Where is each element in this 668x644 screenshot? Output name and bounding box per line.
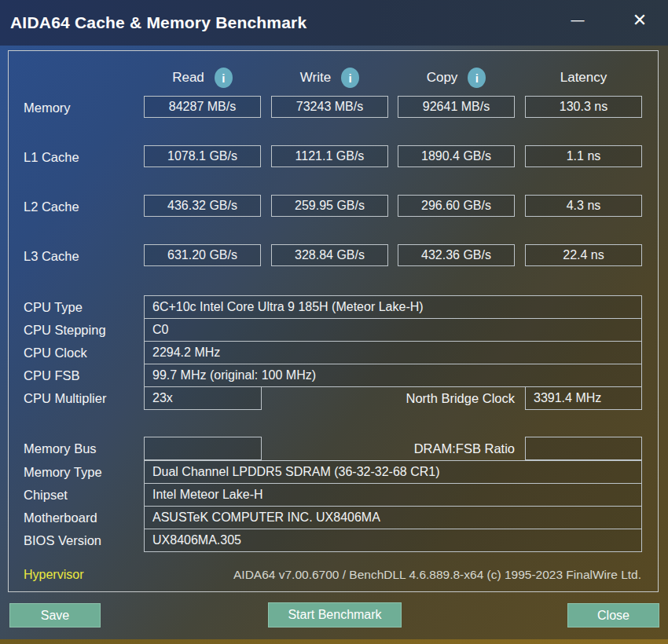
- row-label-memory-type: Memory Type: [24, 460, 102, 484]
- row-label-motherboard: Motherboard: [24, 506, 97, 529]
- row-label-l3-cache: L3 Cache: [24, 245, 79, 267]
- column-header-write: Write i: [271, 66, 388, 90]
- row-label-memory-bus: Memory Bus: [24, 437, 97, 460]
- info-glyph: i: [222, 71, 225, 85]
- value-box-l2-latency: 4.3 ns: [525, 195, 642, 217]
- field-north-bridge-clock: 3391.4 MHz: [525, 386, 642, 410]
- info-glyph: i: [475, 71, 479, 85]
- window-bottom-edge: [0, 639, 668, 644]
- row-label-bios-version: BIOS Version: [24, 529, 101, 552]
- field-motherboard: ASUSTeK COMPUTER INC. UX8406MA: [144, 506, 642, 529]
- column-header-latency-label: Latency: [560, 70, 607, 86]
- version-text: AIDA64 v7.00.6700 / BenchDLL 4.6.889.8-x…: [233, 564, 641, 586]
- value-box-l1-copy: 1890.4 GB/s: [398, 145, 515, 167]
- row-label-chipset: Chipset: [24, 483, 68, 507]
- field-bios-version: UX8406MA.305: [144, 529, 642, 552]
- row-label-north-bridge-clock: North Bridge Clock: [271, 386, 515, 410]
- window-title: AIDA64 Cache & Memory Benchmark: [0, 13, 306, 32]
- value-box-memory-write: 73243 MB/s: [271, 96, 388, 118]
- value-box-l1-write: 1121.1 GB/s: [271, 145, 388, 167]
- info-glyph: i: [349, 71, 352, 85]
- info-icon[interactable]: i: [215, 68, 233, 88]
- row-label-cpu-clock: CPU Clock: [24, 341, 87, 364]
- column-header-read-label: Read: [172, 70, 204, 86]
- column-header-copy: Copy i: [398, 66, 515, 90]
- value-box-l2-write: 259.95 GB/s: [271, 195, 388, 217]
- value-box-l2-copy: 296.60 GB/s: [398, 195, 515, 217]
- field-memory-type: Dual Channel LPDDR5 SDRAM (36-32-32-68 C…: [144, 460, 642, 484]
- field-cpu-multiplier: 23x: [144, 386, 262, 410]
- field-dram-fsb-ratio: [525, 437, 642, 460]
- field-cpu-stepping: C0: [144, 318, 642, 342]
- value-box-l3-write: 328.84 GB/s: [271, 244, 388, 266]
- column-header-write-label: Write: [300, 70, 331, 86]
- row-label-l1-cache: L1 Cache: [24, 146, 79, 168]
- value-box-l2-read: 436.32 GB/s: [144, 195, 261, 217]
- value-box-l1-latency: 1.1 ns: [525, 145, 642, 167]
- info-icon[interactable]: i: [468, 68, 486, 88]
- hypervisor-label: Hypervisor: [24, 564, 83, 586]
- row-label-dram-fsb-ratio: DRAM:FSB Ratio: [271, 437, 515, 460]
- row-label-memory: Memory: [24, 97, 71, 119]
- info-icon[interactable]: i: [341, 68, 359, 88]
- field-memory-bus: [144, 437, 262, 460]
- column-header-latency: Latency: [525, 66, 642, 90]
- value-box-memory-copy: 92641 MB/s: [398, 96, 515, 118]
- value-box-l3-latency: 22.4 ns: [525, 244, 642, 266]
- row-label-cpu-multiplier: CPU Multiplier: [24, 386, 106, 410]
- row-label-cpu-fsb: CPU FSB: [24, 364, 80, 387]
- column-header-read: Read i: [144, 66, 261, 90]
- close-icon[interactable]: ✕: [622, 0, 658, 41]
- row-label-l2-cache: L2 Cache: [24, 196, 79, 218]
- value-box-memory-read: 84287 MB/s: [144, 96, 261, 118]
- close-button[interactable]: Close: [567, 603, 659, 628]
- value-box-l1-read: 1078.1 GB/s: [144, 145, 261, 167]
- value-box-memory-latency: 130.3 ns: [525, 96, 642, 118]
- start-benchmark-button[interactable]: Start Benchmark: [268, 602, 402, 628]
- value-box-l3-copy: 432.36 GB/s: [398, 244, 515, 266]
- save-button[interactable]: Save: [9, 603, 101, 628]
- column-header-copy-label: Copy: [427, 70, 458, 86]
- field-cpu-clock: 2294.2 MHz: [144, 341, 642, 364]
- row-label-cpu-type: CPU Type: [24, 295, 83, 319]
- value-box-l3-read: 631.20 GB/s: [144, 244, 261, 266]
- field-chipset: Intel Meteor Lake-H: [144, 483, 642, 507]
- field-cpu-fsb: 99.7 MHz (original: 100 MHz): [144, 364, 642, 387]
- minimize-icon[interactable]: —: [560, 0, 596, 41]
- row-label-cpu-stepping: CPU Stepping: [24, 318, 106, 342]
- field-cpu-type: 6C+10c Intel Core Ultra 9 185H (Meteor L…: [144, 295, 642, 319]
